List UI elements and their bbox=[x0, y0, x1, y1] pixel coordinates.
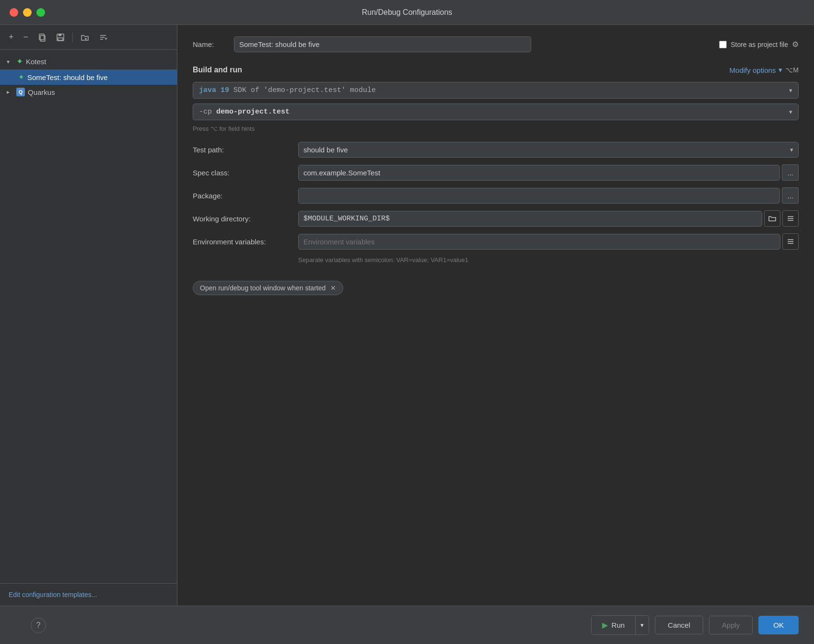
kotest-chevron-icon: ▾ bbox=[7, 58, 13, 65]
toolbar-separator bbox=[72, 33, 73, 42]
open-tool-window-chip: Open run/debug tool window when started … bbox=[193, 281, 343, 295]
open-tool-window-chip-label: Open run/debug tool window when started bbox=[200, 284, 326, 292]
test-path-chevron-icon: ▾ bbox=[790, 146, 793, 153]
bottom-bar-inner: ? ▶ Run ▾ Cancel Apply OK bbox=[15, 615, 799, 635]
env-variables-input[interactable] bbox=[298, 234, 780, 250]
working-directory-folder-button[interactable] bbox=[764, 210, 780, 227]
test-path-field: should be five ▾ bbox=[298, 142, 799, 158]
working-directory-field bbox=[298, 210, 799, 227]
run-dropdown-button[interactable]: ▾ bbox=[635, 616, 649, 634]
help-button[interactable]: ? bbox=[31, 618, 46, 633]
test-path-dropdown[interactable]: should be five ▾ bbox=[298, 142, 799, 158]
tree-group-kotest: ▾ ✦ Kotest ✦ SomeTest: should be five bbox=[0, 54, 177, 85]
store-project-checkbox[interactable] bbox=[719, 41, 727, 48]
sidebar-item-quarkus-group[interactable]: ▸ Q Quarkus bbox=[0, 85, 177, 99]
content-panel: Name: Store as project file ⚙ Build and … bbox=[177, 25, 814, 606]
cp-chevron-icon: ▾ bbox=[789, 108, 792, 115]
main-layout: + − bbox=[0, 25, 814, 606]
java-sdk-chevron-icon: ▾ bbox=[789, 87, 792, 94]
working-directory-list-button[interactable] bbox=[782, 210, 799, 227]
store-project-row: Store as project file ⚙ bbox=[719, 40, 799, 49]
env-hint-text: Separate variables with semicolon: VAR=v… bbox=[298, 256, 799, 264]
section-header: Build and run Modify options ▾ ⌥M bbox=[193, 66, 799, 74]
edit-templates-link[interactable]: Edit configuration templates... bbox=[9, 591, 97, 598]
spec-class-row: Spec class: ... bbox=[193, 164, 799, 181]
modify-shortcut: ⌥M bbox=[785, 66, 799, 74]
tree-group-quarkus: ▸ Q Quarkus bbox=[0, 85, 177, 99]
quarkus-icon: Q bbox=[16, 88, 25, 96]
spec-class-label: Spec class: bbox=[193, 169, 298, 177]
modify-options-chevron-icon: ▾ bbox=[779, 66, 782, 74]
kotest-item-icon: ✦ bbox=[18, 73, 24, 81]
env-variables-label: Environment variables: bbox=[193, 238, 298, 246]
package-browse-button[interactable]: ... bbox=[782, 187, 799, 204]
working-directory-input[interactable] bbox=[298, 211, 762, 227]
remove-configuration-button[interactable]: − bbox=[22, 31, 31, 43]
run-play-icon: ▶ bbox=[602, 621, 608, 630]
svg-rect-3 bbox=[58, 34, 61, 36]
spec-class-input[interactable] bbox=[298, 165, 780, 181]
working-directory-label: Working directory: bbox=[193, 215, 298, 223]
cancel-button[interactable]: Cancel bbox=[655, 616, 703, 634]
modify-options-label: Modify options bbox=[730, 66, 776, 74]
store-project-label: Store as project file bbox=[731, 41, 788, 48]
env-variables-list-button[interactable] bbox=[782, 233, 799, 250]
quarkus-chevron-icon: ▸ bbox=[7, 89, 13, 95]
cp-dropdown[interactable]: -cp demo-project.test ▾ bbox=[193, 104, 799, 120]
run-button-label: Run bbox=[612, 621, 625, 629]
spec-class-browse-button[interactable]: ... bbox=[782, 164, 799, 181]
name-input[interactable] bbox=[234, 36, 531, 52]
maximize-button[interactable] bbox=[36, 8, 45, 17]
java-sdk-dropdown[interactable]: java 19 SDK of 'demo-project.test' modul… bbox=[193, 82, 799, 99]
run-dropdown-chevron-icon: ▾ bbox=[640, 621, 644, 629]
env-variables-row: Environment variables: bbox=[193, 233, 799, 250]
sidebar: + − bbox=[0, 25, 177, 606]
package-input[interactable] bbox=[298, 188, 780, 204]
package-label: Package: bbox=[193, 192, 298, 200]
cp-dropdown-text: -cp demo-project.test bbox=[199, 108, 789, 116]
test-path-label: Test path: bbox=[193, 146, 298, 154]
run-button[interactable]: ▶ Run bbox=[592, 616, 636, 634]
env-variables-field bbox=[298, 233, 799, 250]
titlebar: Run/Debug Configurations bbox=[0, 0, 814, 25]
open-tool-window-chip-close[interactable]: ✕ bbox=[330, 285, 336, 291]
sidebar-footer: Edit configuration templates... bbox=[0, 583, 177, 606]
add-configuration-button[interactable]: + bbox=[7, 31, 16, 43]
test-path-row: Test path: should be five ▾ bbox=[193, 142, 799, 158]
sidebar-toolbar: + − bbox=[0, 25, 177, 50]
close-button[interactable] bbox=[10, 8, 18, 17]
modify-options-button[interactable]: Modify options ▾ ⌥M bbox=[730, 66, 799, 74]
run-button-group: ▶ Run ▾ bbox=[591, 615, 650, 635]
test-path-value: should be five bbox=[303, 146, 787, 154]
copy-configuration-button[interactable] bbox=[36, 32, 48, 43]
tags-row: Open run/debug tool window when started … bbox=[193, 281, 799, 295]
sidebar-item-sometest-label: SomeTest: should be five bbox=[27, 73, 108, 81]
bottom-bar: ? ▶ Run ▾ Cancel Apply OK bbox=[0, 606, 814, 644]
sidebar-item-sometest[interactable]: ✦ SomeTest: should be five bbox=[0, 69, 177, 85]
sort-button[interactable] bbox=[97, 32, 109, 43]
sidebar-group-kotest-label: Kotest bbox=[26, 58, 47, 66]
kotest-icon: ✦ bbox=[16, 57, 23, 67]
package-field: ... bbox=[298, 187, 799, 204]
java-sdk-dropdown-text: java 19 SDK of 'demo-project.test' modul… bbox=[199, 86, 789, 94]
save-configuration-button[interactable] bbox=[54, 32, 67, 43]
sidebar-group-quarkus-label: Quarkus bbox=[28, 88, 55, 96]
section-title: Build and run bbox=[193, 66, 242, 74]
apply-button[interactable]: Apply bbox=[709, 616, 753, 634]
sidebar-item-kotest-group[interactable]: ▾ ✦ Kotest bbox=[0, 54, 177, 69]
field-hints-text: Press ⌥ for field hints bbox=[193, 125, 799, 132]
working-directory-row: Working directory: bbox=[193, 210, 799, 227]
package-row: Package: ... bbox=[193, 187, 799, 204]
ok-button[interactable]: OK bbox=[758, 616, 799, 634]
store-gear-icon[interactable]: ⚙ bbox=[792, 40, 799, 49]
name-row: Name: Store as project file ⚙ bbox=[193, 36, 799, 52]
new-folder-button[interactable] bbox=[79, 32, 91, 43]
name-label: Name: bbox=[193, 40, 226, 48]
sidebar-content: ▾ ✦ Kotest ✦ SomeTest: should be five ▸ … bbox=[0, 50, 177, 583]
spec-class-field: ... bbox=[298, 164, 799, 181]
window-controls bbox=[10, 8, 45, 17]
window-title: Run/Debug Configurations bbox=[362, 8, 453, 17]
minimize-button[interactable] bbox=[23, 8, 32, 17]
svg-rect-4 bbox=[58, 38, 63, 40]
